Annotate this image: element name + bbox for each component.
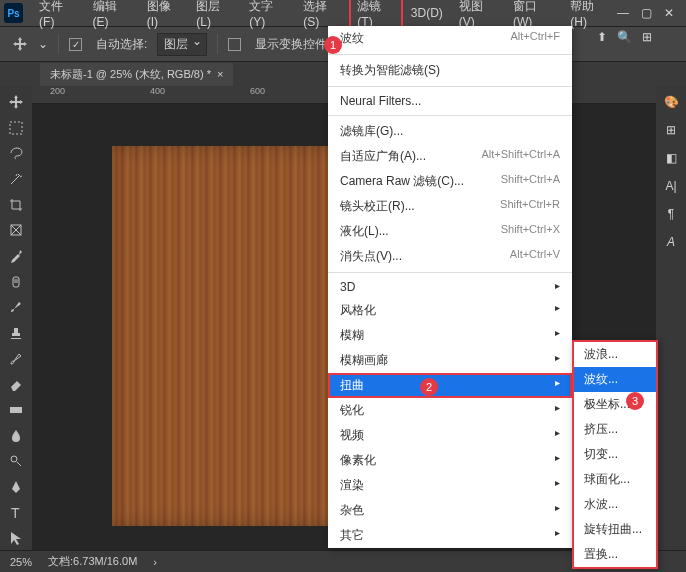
workspace-icon[interactable]: ⊞ (642, 30, 652, 44)
chevron-down-icon[interactable]: ⌄ (38, 37, 48, 51)
svg-text:T: T (11, 505, 20, 521)
right-panels: 🎨 ⊞ ◧ A| ¶ A (656, 86, 686, 550)
window-maximize-icon[interactable]: ▢ (641, 6, 652, 20)
svg-rect-3 (10, 407, 22, 413)
layer-dropdown[interactable]: 图层 (157, 33, 207, 56)
menu-separator (328, 115, 572, 116)
distort-submenu: 波浪... 波纹... 极坐标... 挤压... 切变... 球面化... 水波… (572, 340, 658, 569)
document-tab[interactable]: 未标题-1 @ 25% (木纹, RGB/8) * × (40, 63, 233, 86)
search-icon[interactable]: 🔍 (617, 30, 632, 44)
filter-neural[interactable]: Neural Filters... (328, 90, 572, 112)
doc-size: 文档:6.73M/16.0M (48, 554, 137, 569)
distort-spherize[interactable]: 球面化... (574, 467, 656, 492)
stamp-tool[interactable] (2, 321, 30, 345)
filter-noise[interactable]: 杂色 (328, 498, 572, 523)
window-minimize-icon[interactable]: — (617, 6, 629, 20)
dodge-tool[interactable] (2, 449, 30, 473)
menu-3d[interactable]: 3D(D) (403, 2, 451, 24)
ruler-mark: 400 (150, 86, 250, 103)
history-brush-tool[interactable] (2, 347, 30, 371)
menu-separator (328, 86, 572, 87)
distort-wave[interactable]: 波浪... (574, 342, 656, 367)
share-icon[interactable]: ⬆ (597, 30, 607, 44)
character-panel-icon[interactable]: A| (657, 174, 685, 198)
distort-pinch[interactable]: 挤压... (574, 417, 656, 442)
distort-shear[interactable]: 切变... (574, 442, 656, 467)
ruler-mark: 200 (50, 86, 150, 103)
pen-tool[interactable] (2, 475, 30, 499)
move-tool-icon (12, 36, 28, 52)
paragraph-panel-icon[interactable]: ¶ (657, 202, 685, 226)
chevron-right-icon[interactable]: › (153, 556, 157, 568)
auto-select-label: 自动选择: (96, 36, 147, 53)
healing-tool[interactable] (2, 270, 30, 294)
tab-title: 未标题-1 @ 25% (木纹, RGB/8) * (50, 67, 211, 82)
zoom-level[interactable]: 25% (10, 556, 32, 568)
menu-separator (328, 54, 572, 55)
filter-pixelate[interactable]: 像素化 (328, 448, 572, 473)
filter-menu: 波纹Alt+Ctrl+F 转换为智能滤镜(S) Neural Filters..… (328, 26, 572, 548)
filter-render[interactable]: 渲染 (328, 473, 572, 498)
swatches-panel-icon[interactable]: ⊞ (657, 118, 685, 142)
move-tool[interactable] (2, 90, 30, 114)
menu-layer[interactable]: 图层(L) (188, 0, 241, 33)
crop-tool[interactable] (2, 193, 30, 217)
right-header-icons: ⬆ 🔍 ⊞ (597, 30, 652, 44)
filter-blur[interactable]: 模糊 (328, 323, 572, 348)
transform-controls-label: 显示变换控件 (255, 36, 327, 53)
blur-tool[interactable] (2, 424, 30, 448)
divider (58, 34, 59, 54)
adjustments-panel-icon[interactable]: ◧ (657, 146, 685, 170)
filter-camera-raw[interactable]: Camera Raw 滤镜(C)...Shift+Ctrl+A (328, 169, 572, 194)
window-close-icon[interactable]: ✕ (664, 6, 674, 20)
menu-edit[interactable]: 编辑(E) (85, 0, 139, 33)
glyphs-panel-icon[interactable]: A (657, 230, 685, 254)
filter-3d[interactable]: 3D (328, 276, 572, 298)
color-panel-icon[interactable]: 🎨 (657, 90, 685, 114)
divider (217, 34, 218, 54)
close-icon[interactable]: × (217, 68, 223, 80)
menu-image[interactable]: 图像(I) (139, 0, 189, 33)
app-icon: Ps (4, 3, 23, 23)
filter-stylize[interactable]: 风格化 (328, 298, 572, 323)
menu-type[interactable]: 文字(Y) (241, 0, 295, 33)
svg-point-4 (11, 456, 17, 462)
filter-smart[interactable]: 转换为智能滤镜(S) (328, 58, 572, 83)
distort-zigzag[interactable]: 水波... (574, 492, 656, 517)
lasso-tool[interactable] (2, 141, 30, 165)
filter-blur-gallery[interactable]: 模糊画廊 (328, 348, 572, 373)
annotation-badge-1: 1 (324, 36, 342, 54)
tools-panel: T (0, 86, 32, 550)
transform-controls-checkbox[interactable] (228, 38, 241, 51)
svg-rect-0 (10, 122, 22, 134)
distort-ripple[interactable]: 波纹... (574, 367, 656, 392)
eyedropper-tool[interactable] (2, 244, 30, 268)
path-select-tool[interactable] (2, 526, 30, 550)
distort-displace[interactable]: 置换... (574, 542, 656, 567)
type-tool[interactable]: T (2, 501, 30, 525)
filter-liquify[interactable]: 液化(L)...Shift+Ctrl+X (328, 219, 572, 244)
eraser-tool[interactable] (2, 372, 30, 396)
canvas-document[interactable] (112, 146, 342, 526)
auto-select-checkbox[interactable] (69, 38, 82, 51)
wand-tool[interactable] (2, 167, 30, 191)
filter-library[interactable]: 滤镜库(G)... (328, 119, 572, 144)
filter-recent[interactable]: 波纹Alt+Ctrl+F (328, 26, 572, 51)
filter-vanish[interactable]: 消失点(V)...Alt+Ctrl+V (328, 244, 572, 269)
distort-polar[interactable]: 极坐标... (574, 392, 656, 417)
menu-file[interactable]: 文件(F) (31, 0, 84, 33)
distort-twirl[interactable]: 旋转扭曲... (574, 517, 656, 542)
filter-distort[interactable]: 扭曲 (328, 373, 572, 398)
menu-separator (328, 272, 572, 273)
menubar: Ps 文件(F) 编辑(E) 图像(I) 图层(L) 文字(Y) 选择(S) 滤… (0, 0, 686, 26)
filter-other[interactable]: 其它 (328, 523, 572, 548)
marquee-tool[interactable] (2, 116, 30, 140)
filter-video[interactable]: 视频 (328, 423, 572, 448)
brush-tool[interactable] (2, 295, 30, 319)
annotation-badge-2: 2 (420, 378, 438, 396)
frame-tool[interactable] (2, 218, 30, 242)
filter-adaptive[interactable]: 自适应广角(A)...Alt+Shift+Ctrl+A (328, 144, 572, 169)
filter-sharpen[interactable]: 锐化 (328, 398, 572, 423)
filter-lens[interactable]: 镜头校正(R)...Shift+Ctrl+R (328, 194, 572, 219)
gradient-tool[interactable] (2, 398, 30, 422)
